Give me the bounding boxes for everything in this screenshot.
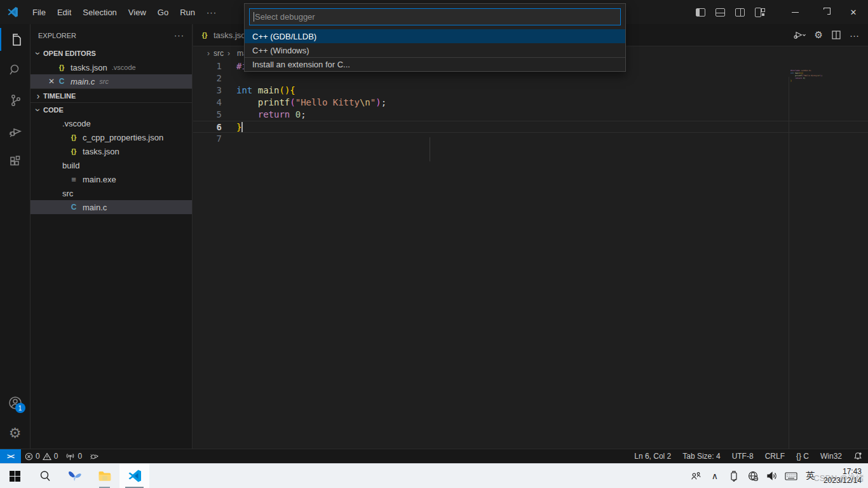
code-token [290, 109, 295, 119]
split-editor-icon[interactable] [832, 30, 841, 39]
notifications-bell-icon[interactable] [848, 449, 868, 463]
quickpick-item[interactable]: C++ (Windows) [245, 43, 625, 57]
line-number: 6 [193, 121, 222, 132]
minimize-button[interactable] [780, 0, 810, 24]
quickpick-item[interactable]: Install an extension for C... [245, 57, 625, 71]
open-editors-label: OPEN EDITORS [43, 50, 96, 57]
menu-item[interactable]: Edit [51, 5, 77, 20]
status-item[interactable]: Win32 [815, 449, 848, 463]
toggle-secondary-sidebar-icon[interactable] [735, 8, 745, 17]
start-button[interactable] [0, 464, 30, 488]
status-item[interactable]: {} C [790, 449, 815, 463]
search-icon[interactable] [0, 55, 31, 85]
volume-icon[interactable] [763, 464, 782, 488]
butterfly-icon [67, 468, 83, 484]
menu-item[interactable]: Selection [77, 5, 122, 20]
quickpick-item-label: C++ (GDB/LLDB) [252, 32, 316, 41]
quickpick-placeholder: Select debugger [255, 12, 315, 22]
code-token: "Hello Kitty [295, 97, 360, 107]
status-item[interactable]: Tab Size: 4 [677, 449, 726, 463]
menu-item[interactable]: Run [174, 5, 201, 20]
taskbar-clock[interactable]: 17:43 2023/12/14 [820, 467, 868, 485]
quickpick-input[interactable]: Select debugger [249, 8, 621, 25]
explorer-more-actions-icon[interactable]: ··· [174, 30, 184, 40]
ime-language-indicator[interactable]: 英 [801, 464, 820, 488]
code-token: ) [376, 97, 381, 107]
tree-item[interactable]: main.exe [31, 172, 192, 186]
breadcrumb-item[interactable]: src [203, 49, 224, 58]
run-debug-dropdown-icon[interactable] [793, 30, 806, 40]
usb-tray-icon[interactable] [724, 464, 743, 488]
windows-logo-icon [10, 471, 20, 482]
close-editor-icon[interactable] [46, 62, 57, 72]
menu-item[interactable]: File [27, 5, 51, 20]
open-editors-section[interactable]: OPEN EDITORS [31, 46, 192, 60]
explorer-icon[interactable] [0, 24, 31, 55]
sidebar-title: EXPLORER [38, 32, 76, 39]
butterfly-app-button[interactable] [60, 464, 90, 488]
close-editor-icon[interactable]: ✕ [46, 76, 57, 86]
settings-gear-icon[interactable]: ⚙ [0, 418, 31, 449]
menu-item[interactable]: View [123, 5, 152, 20]
line-number: 7 [193, 133, 222, 145]
timeline-section[interactable]: TIMELINE [31, 88, 192, 102]
source-control-icon[interactable] [0, 85, 31, 116]
toggle-panel-icon[interactable] [715, 8, 725, 17]
tree-item[interactable]: build [31, 158, 192, 172]
clock-date: 2023/12/14 [824, 476, 862, 485]
account-badge: 1 [15, 403, 25, 413]
status-item[interactable]: Ln 6, Col 2 [628, 449, 677, 463]
file-type-icon [69, 133, 79, 142]
code-editor[interactable]: 1 #include <stdio.h> 2 3 int main(){ 4 p… [193, 60, 868, 449]
code-token: main [258, 85, 280, 95]
taskbar-search-button[interactable] [30, 464, 60, 488]
run-and-debug-icon[interactable] [0, 116, 31, 146]
accounts-icon[interactable]: 1 [0, 388, 31, 418]
people-tray-icon[interactable] [686, 464, 705, 488]
file-explorer-button[interactable] [90, 464, 119, 488]
tree-item[interactable]: main.c [31, 200, 192, 214]
error-count: 0 [36, 452, 40, 461]
code-line: 5 return 0; [193, 109, 868, 121]
status-item[interactable]: CRLF [759, 449, 790, 463]
open-editor-item[interactable]: ✕ main.c src [31, 74, 192, 88]
tree-item[interactable]: c_cpp_properties.json [31, 130, 192, 144]
touch-keyboard-icon[interactable] [782, 464, 801, 488]
menu-item[interactable]: Go [152, 5, 174, 20]
vscode-taskbar-button[interactable] [119, 464, 149, 488]
tree-item-label: src [62, 189, 73, 198]
chevron-right-icon [33, 91, 43, 101]
vscode-icon [127, 468, 142, 484]
settings-gear-icon[interactable]: ⚙ [815, 29, 823, 41]
menu-bar: FileEditSelectionViewGoRun [27, 5, 201, 20]
remote-indicator[interactable]: >< [0, 449, 21, 463]
layout-controls [696, 8, 765, 17]
code-token: ( [290, 97, 295, 107]
network-globe-icon[interactable] [743, 464, 763, 488]
code-token: { [290, 85, 295, 95]
more-actions-icon[interactable]: ··· [850, 30, 859, 41]
error-icon [25, 452, 33, 461]
tree-item[interactable]: src [31, 186, 192, 200]
minimap-line: } [790, 79, 823, 82]
tree-item-label: tasks.json [83, 147, 119, 156]
toggle-sidebar-icon[interactable] [696, 8, 705, 17]
tree-item[interactable]: tasks.json [31, 144, 192, 158]
breadcrumb-label: src [214, 49, 224, 58]
show-hidden-icons-chevron[interactable]: ∧ [705, 464, 724, 488]
open-editor-item[interactable]: tasks.json .vscode [31, 60, 192, 74]
customize-layout-icon[interactable] [755, 8, 765, 17]
status-item[interactable]: UTF-8 [726, 449, 759, 463]
code-section[interactable]: CODE [31, 102, 192, 116]
restore-button[interactable] [810, 0, 839, 24]
minimap[interactable]: #include <stdio.h>int main(){ printf("He… [789, 60, 860, 449]
line-number: 3 [193, 85, 222, 97]
ports-indicator[interactable]: 0 [62, 449, 86, 463]
extensions-icon[interactable] [0, 146, 31, 177]
problems-indicator[interactable]: 0 0 [21, 449, 62, 463]
tree-item[interactable]: .vscode [31, 116, 192, 130]
menu-more-button[interactable]: ··· [201, 5, 222, 20]
debug-status-icon[interactable] [86, 449, 103, 463]
quickpick-item[interactable]: C++ (GDB/LLDB) [245, 29, 625, 43]
close-button[interactable]: ✕ [839, 0, 868, 24]
